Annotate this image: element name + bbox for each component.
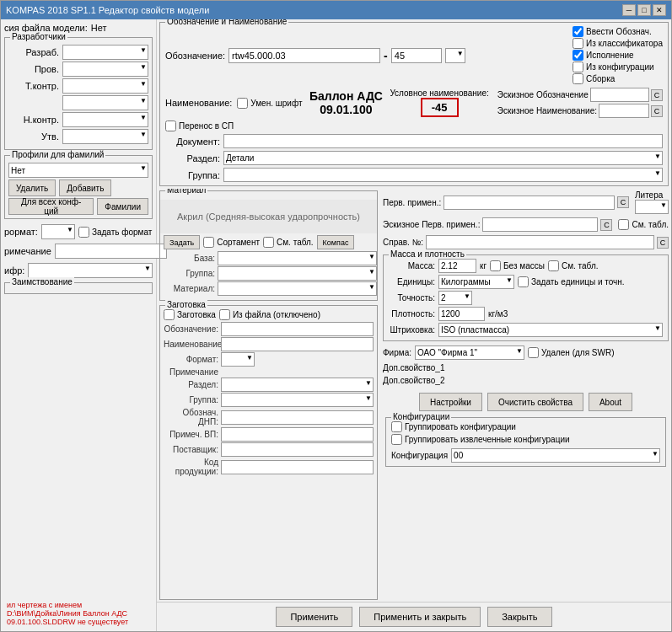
uslov-value: -45 bbox=[421, 98, 459, 117]
format-label: рормат: bbox=[4, 227, 38, 237]
umenshr-checkbox[interactable] bbox=[237, 98, 248, 109]
gruppa-row: Группа: ▼ bbox=[165, 168, 663, 182]
prov-select[interactable] bbox=[62, 62, 148, 77]
zag-oznachdnp-input[interactable] bbox=[221, 410, 374, 425]
bezmassy-checkbox[interactable] bbox=[490, 260, 501, 271]
izfaila-checkbox[interactable] bbox=[219, 309, 230, 320]
zag-gruppa-select[interactable] bbox=[221, 393, 374, 407]
sortament-row: Сортамент bbox=[203, 237, 260, 248]
oznach-section: Обозначение и Наименование Обозначение: … bbox=[159, 22, 669, 186]
delete-button[interactable]: Удалить bbox=[8, 179, 56, 196]
shifr-select[interactable] bbox=[28, 263, 153, 278]
maximize-button[interactable]: □ bbox=[637, 4, 651, 16]
massa-input[interactable] bbox=[438, 259, 476, 273]
tochnost-select[interactable]: 2 bbox=[438, 291, 472, 305]
close-button[interactable]: Закрыть bbox=[487, 607, 551, 627]
dokument-input[interactable] bbox=[223, 134, 663, 148]
smtabl-row: См. табл. bbox=[263, 237, 314, 248]
plotnost-input[interactable] bbox=[438, 307, 485, 321]
spravno-c-btn[interactable]: С bbox=[657, 237, 669, 249]
gruppa-select[interactable] bbox=[223, 168, 663, 182]
izklassif-checkbox[interactable] bbox=[573, 38, 583, 49]
zag-prim-label: Примечание bbox=[164, 367, 218, 377]
izconfig-checkbox[interactable] bbox=[573, 62, 583, 72]
tkont-select[interactable] bbox=[62, 78, 148, 94]
tochnost-row: Точность: 2 ▼ bbox=[389, 291, 663, 305]
oznach-num-input[interactable] bbox=[391, 48, 442, 63]
razrab-row: Разраб. ▼ bbox=[8, 45, 148, 60]
profiles-select[interactable]: Нет bbox=[8, 163, 148, 178]
grupconf-checkbox[interactable] bbox=[391, 421, 402, 432]
mat-baza-select[interactable] bbox=[218, 251, 377, 265]
shtrihovka-select[interactable]: ISO (пластмасса) bbox=[438, 323, 663, 337]
format-select[interactable] bbox=[41, 224, 75, 239]
razdel-select[interactable]: Детали bbox=[223, 151, 663, 165]
zag-naim-input[interactable] bbox=[221, 337, 374, 351]
about-button[interactable]: About bbox=[589, 393, 632, 411]
smtabl2-checkbox[interactable] bbox=[548, 260, 559, 271]
kompas-btn[interactable]: Компас bbox=[317, 235, 355, 249]
minimize-button[interactable]: ─ bbox=[622, 4, 636, 16]
grupizv-checkbox[interactable] bbox=[391, 434, 402, 445]
pervprim-input[interactable] bbox=[444, 195, 615, 210]
zadatedd-checkbox[interactable] bbox=[518, 276, 529, 287]
zag-oznach-input[interactable] bbox=[221, 322, 374, 336]
ispolnenie-checkbox[interactable] bbox=[573, 50, 583, 61]
zadatformat-checkbox[interactable] bbox=[78, 227, 89, 238]
smtabl-cb-row: См. табл. bbox=[618, 219, 669, 230]
umenshr-row: Умен. шрифт bbox=[237, 98, 302, 109]
firma-select[interactable]: ОАО "Фирма 1" bbox=[415, 345, 524, 360]
udalen-checkbox[interactable] bbox=[528, 347, 539, 358]
c-btn1[interactable]: С bbox=[651, 89, 663, 101]
vvestitoznach-checkbox[interactable] bbox=[573, 26, 583, 37]
extra-select[interactable] bbox=[62, 95, 148, 110]
smtabl-checkbox[interactable] bbox=[263, 237, 274, 248]
eskiz1-input[interactable] bbox=[590, 88, 649, 102]
spravno-input[interactable] bbox=[426, 235, 654, 249]
zag-primevp-input[interactable] bbox=[221, 427, 374, 442]
allconf-button[interactable]: Для всех конф-ций bbox=[8, 198, 94, 215]
utv-select[interactable] bbox=[62, 129, 148, 144]
eskiz2-input[interactable] bbox=[599, 104, 649, 118]
litera-select[interactable] bbox=[635, 200, 669, 214]
add-button[interactable]: Добавить bbox=[59, 179, 111, 196]
razrab-select[interactable] bbox=[62, 45, 148, 60]
konfig-select[interactable]: 00 bbox=[451, 448, 660, 463]
prim-input[interactable] bbox=[55, 244, 167, 259]
zag-postavshik-input[interactable] bbox=[221, 442, 374, 457]
oznach-input[interactable] bbox=[228, 48, 380, 63]
edinicy-select[interactable]: Килограммы bbox=[438, 275, 514, 289]
eskizpervprim-input[interactable] bbox=[482, 217, 598, 232]
nastroyki-button[interactable]: Настройки bbox=[419, 393, 482, 411]
prim-label: римечание bbox=[4, 246, 51, 256]
eskizpervprim-c-btn[interactable]: С bbox=[600, 219, 612, 231]
sborka-row: Сборка bbox=[573, 73, 663, 84]
smtabl-checkbox2[interactable] bbox=[618, 219, 629, 230]
zag-kodprod-input[interactable] bbox=[221, 460, 374, 474]
ochistit-button[interactable]: Очистить свойства bbox=[487, 393, 583, 411]
c-btn2[interactable]: С bbox=[651, 105, 663, 117]
nkont-select[interactable] bbox=[62, 112, 148, 127]
izconfig-row: Из конфигурации bbox=[573, 62, 663, 72]
apply-button[interactable]: Применить bbox=[276, 607, 352, 627]
izconfig-label: Из конфигурации bbox=[586, 62, 654, 72]
mat-material-select[interactable] bbox=[218, 281, 377, 296]
plotnost-label: Плотность: bbox=[389, 309, 435, 319]
sortament-checkbox[interactable] bbox=[203, 237, 214, 248]
sborka-checkbox[interactable] bbox=[573, 73, 583, 84]
mat-baza-label: База: bbox=[160, 254, 215, 263]
close-button[interactable]: ✕ bbox=[653, 4, 666, 16]
pervprim-c-btn[interactable]: С bbox=[617, 196, 629, 208]
mat-gruppa-select[interactable] bbox=[218, 266, 377, 281]
apply-and-close-button[interactable]: Применить и закрыть bbox=[359, 607, 481, 627]
zagotvka-checkbox[interactable] bbox=[164, 309, 175, 320]
zadatmat-btn[interactable]: Задать bbox=[164, 235, 200, 249]
prim-row: римечание bbox=[4, 244, 153, 259]
familii-button[interactable]: Фамилии bbox=[97, 198, 148, 215]
spravno-label: Справ. №: bbox=[383, 238, 423, 247]
zag-format-select[interactable] bbox=[221, 352, 255, 367]
oznach-num-select[interactable] bbox=[445, 48, 465, 63]
window-controls: ─ □ ✕ bbox=[622, 4, 666, 16]
perenosvsp-checkbox[interactable] bbox=[165, 121, 176, 131]
zag-razdel-select[interactable] bbox=[221, 378, 374, 392]
